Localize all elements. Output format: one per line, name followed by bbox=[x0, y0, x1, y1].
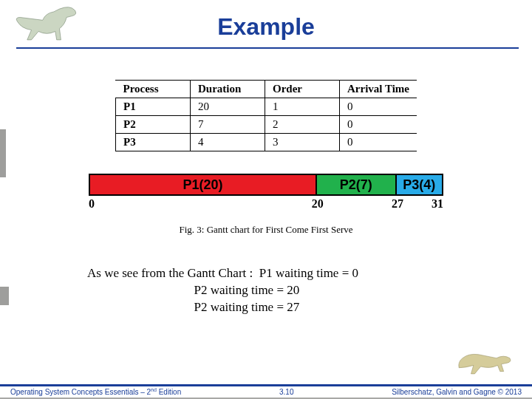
waiting-times: As we see from the Gantt Chart : P1 wait… bbox=[87, 265, 495, 316]
gantt-segment: P2(7) bbox=[317, 175, 396, 194]
col-process: Process bbox=[115, 81, 190, 98]
cell: 0 bbox=[339, 116, 417, 134]
col-order: Order bbox=[265, 81, 339, 98]
waiting-line-2: P2 waiting time = 20 bbox=[87, 282, 495, 299]
gantt-segment: P3(4) bbox=[397, 175, 442, 194]
gantt-segment: P1(20) bbox=[90, 175, 317, 194]
footer-book-title-b: Edition bbox=[157, 389, 181, 397]
cell: 7 bbox=[190, 116, 265, 134]
cell: P3 bbox=[115, 134, 190, 151]
slide: Example Process Duration Order Arrival T… bbox=[0, 0, 532, 399]
cell: 0 bbox=[339, 134, 417, 151]
waiting-line-3: P2 waiting time = 27 bbox=[87, 299, 495, 316]
footer-copyright: Silberschatz, Galvin and Gagne © 2013 bbox=[392, 388, 522, 396]
figure-caption: Fig. 3: Gantt chart for First Come First… bbox=[37, 224, 495, 236]
gantt-tick: 20 bbox=[312, 197, 324, 211]
content-area: Process Duration Order Arrival Time P1 2… bbox=[0, 58, 532, 316]
footer-book-title-a: Operating System Concepts Essentials – 2 bbox=[10, 389, 151, 397]
cell: 20 bbox=[190, 98, 265, 116]
table-row: P2 7 2 0 bbox=[115, 116, 417, 134]
gantt-tick: 27 bbox=[392, 197, 403, 211]
col-duration: Duration bbox=[190, 81, 265, 98]
cell: 3 bbox=[265, 134, 339, 151]
table-row: P3 4 3 0 bbox=[115, 134, 417, 151]
title-rule bbox=[16, 47, 519, 49]
page-title: Example bbox=[217, 13, 315, 40]
cell: P2 bbox=[115, 116, 190, 134]
cell: 1 bbox=[265, 98, 339, 116]
gantt-tick: 31 bbox=[432, 197, 443, 211]
cell: 0 bbox=[339, 98, 417, 116]
title-wrap: Example bbox=[0, 13, 532, 41]
footer-edition-sup: nd bbox=[151, 387, 157, 392]
gantt-tick: 0 bbox=[89, 197, 95, 211]
cell: 4 bbox=[190, 134, 265, 151]
footer-page-number: 3.10 bbox=[279, 388, 293, 396]
process-table: Process Duration Order Arrival Time P1 2… bbox=[115, 80, 417, 151]
dinosaur-logo-bottom bbox=[453, 344, 516, 377]
footer-bar: Operating System Concepts Essentials – 2… bbox=[0, 384, 532, 399]
cell: P1 bbox=[115, 98, 190, 116]
col-arrival: Arrival Time bbox=[339, 81, 417, 98]
waiting-line-1: As we see from the Gantt Chart : P1 wait… bbox=[87, 265, 495, 282]
table-row: P1 20 1 0 bbox=[115, 98, 417, 116]
footer-left: Operating System Concepts Essentials – 2… bbox=[10, 387, 181, 396]
gantt-chart: P1(20)P2(7)P3(4) 0202731 bbox=[89, 174, 443, 212]
cell: 2 bbox=[265, 116, 339, 134]
